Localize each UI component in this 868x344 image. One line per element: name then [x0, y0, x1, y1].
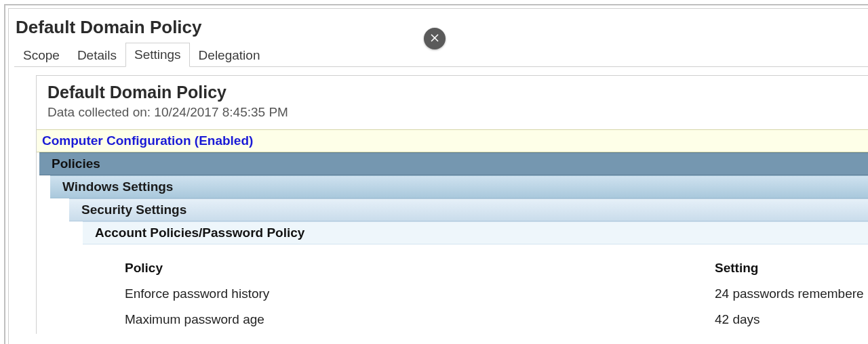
tab-scope[interactable]: Scope [14, 43, 68, 67]
tab-details[interactable]: Details [68, 43, 125, 67]
report-collected-timestamp: Data collected on: 10/24/2017 8:45:35 PM [37, 105, 868, 129]
section-security-settings[interactable]: Security Settings [69, 198, 868, 221]
policy-setting: 24 passwords remembere [715, 286, 868, 301]
table-row: Enforce password history 24 passwords re… [98, 282, 868, 308]
report-title: Default Domain Policy [37, 76, 868, 105]
column-header-setting: Setting [715, 261, 868, 276]
table-row: Maximum password age 42 days [98, 308, 868, 334]
policy-setting: 42 days [715, 312, 868, 327]
settings-report-panel: Default Domain Policy Data collected on:… [36, 75, 868, 334]
section-windows-settings[interactable]: Windows Settings [50, 175, 868, 198]
section-computer-configuration[interactable]: Computer Configuration (Enabled) [37, 129, 868, 152]
tab-settings[interactable]: Settings [125, 43, 190, 67]
close-icon [431, 33, 439, 45]
table-header-row: Policy Setting [98, 257, 868, 282]
outer-frame: Default Domain Policy Scope Details Sett… [4, 4, 868, 344]
tab-delegation[interactable]: Delegation [190, 43, 269, 67]
inner-frame: Default Domain Policy Scope Details Sett… [8, 8, 868, 344]
policy-name: Enforce password history [125, 286, 715, 301]
policy-name: Maximum password age [125, 312, 715, 327]
column-header-policy: Policy [125, 261, 715, 276]
section-policies[interactable]: Policies [39, 152, 868, 175]
policy-table: Policy Setting Enforce password history … [98, 244, 868, 334]
section-account-policies[interactable]: Account Policies/Password Policy [83, 221, 868, 244]
close-button[interactable] [424, 28, 446, 49]
